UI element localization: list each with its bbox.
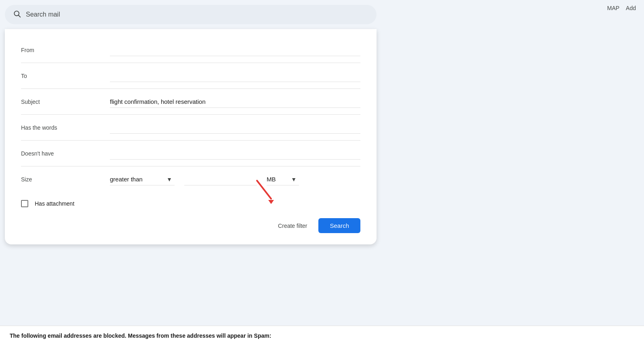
to-input[interactable] — [110, 70, 360, 82]
svg-line-2 — [257, 181, 271, 199]
to-row: To — [21, 63, 360, 89]
size-label: Size — [21, 176, 110, 183]
add-link[interactable]: Add — [626, 5, 636, 11]
has-the-words-label: Has the words — [21, 124, 110, 131]
has-the-words-row: Has the words — [21, 115, 360, 141]
size-value-input[interactable] — [184, 173, 257, 185]
has-attachment-row: Has attachment — [21, 192, 360, 215]
red-arrow-annotation — [249, 177, 281, 210]
size-row: Size greater than less than ▼ MB KB Byte… — [21, 166, 360, 192]
has-attachment-label[interactable]: Has attachment — [35, 200, 74, 207]
has-attachment-checkbox[interactable] — [21, 200, 28, 207]
doesnt-have-row: Doesn't have — [21, 141, 360, 166]
header-right: MAP Add — [607, 5, 636, 11]
size-comparator-select[interactable]: greater than less than — [110, 173, 175, 185]
subject-row: Subject — [21, 89, 360, 115]
advanced-search-panel: From To Subject Has the words Doesn't ha… — [5, 29, 377, 244]
size-comparator-wrapper: greater than less than ▼ — [110, 173, 175, 185]
search-button[interactable]: Search — [318, 218, 360, 233]
bottom-bar-text: The following email addresses are blocke… — [10, 332, 271, 339]
create-filter-button[interactable]: Create filter — [273, 219, 312, 232]
doesnt-have-input[interactable] — [110, 147, 360, 160]
search-bar[interactable]: Search mail — [5, 5, 377, 24]
map-link[interactable]: MAP — [607, 5, 619, 11]
subject-label: Subject — [21, 99, 110, 105]
search-bar-area: Search mail — [5, 5, 571, 24]
subject-input[interactable] — [110, 96, 360, 108]
doesnt-have-label: Doesn't have — [21, 150, 110, 157]
has-the-words-input[interactable] — [110, 122, 360, 134]
from-row: From — [21, 37, 360, 63]
to-label: To — [21, 73, 110, 79]
from-input[interactable] — [110, 44, 360, 56]
action-row: Create filter Search — [21, 215, 360, 233]
search-placeholder: Search mail — [26, 11, 60, 18]
svg-marker-3 — [268, 200, 274, 204]
search-icon — [13, 10, 21, 20]
bottom-bar: The following email addresses are blocke… — [0, 326, 644, 345]
svg-line-1 — [19, 15, 21, 17]
from-label: From — [21, 47, 110, 53]
